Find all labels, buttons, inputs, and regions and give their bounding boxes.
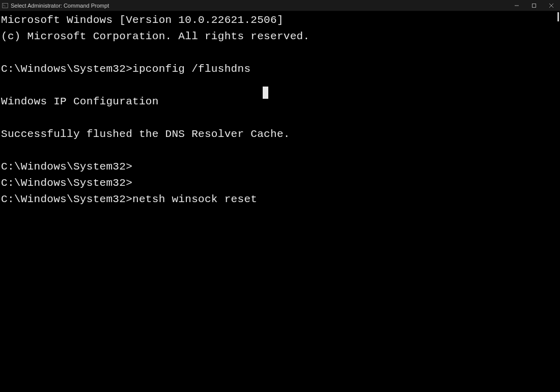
terminal-output[interactable]: Microsoft Windows [Version 10.0.22621.25… (0, 11, 560, 392)
window-titlebar: Select Administrator: Command Prompt (0, 0, 560, 11)
terminal-line: C:\Windows\System32>ipconfig /flushdns (1, 61, 559, 77)
terminal-line: C:\Windows\System32>netsh winsock reset (1, 191, 559, 208)
minimize-button[interactable] (508, 0, 525, 11)
window-controls (508, 0, 560, 11)
cmd-icon (2, 3, 8, 9)
terminal-line: Successfully flushed the DNS Resolver Ca… (1, 126, 559, 143)
titlebar-left: Select Administrator: Command Prompt (2, 3, 109, 9)
terminal-line (1, 110, 559, 126)
window-title: Select Administrator: Command Prompt (11, 3, 109, 9)
terminal-line: C:\Windows\System32> (1, 159, 559, 175)
svg-rect-0 (3, 3, 8, 8)
terminal-line (1, 77, 559, 94)
maximize-button[interactable] (525, 0, 543, 11)
terminal-line: C:\Windows\System32> (1, 175, 559, 191)
terminal-line (1, 143, 559, 159)
terminal-line: Microsoft Windows [Version 10.0.22621.25… (1, 12, 559, 29)
text-cursor (263, 87, 268, 99)
close-button[interactable] (543, 0, 560, 11)
terminal-line (1, 45, 559, 61)
terminal-line: Windows IP Configuration (1, 94, 559, 110)
scrollbar-thumb[interactable] (557, 12, 559, 21)
terminal-line: (c) Microsoft Corporation. All rights re… (1, 29, 559, 45)
svg-rect-3 (533, 4, 536, 7)
